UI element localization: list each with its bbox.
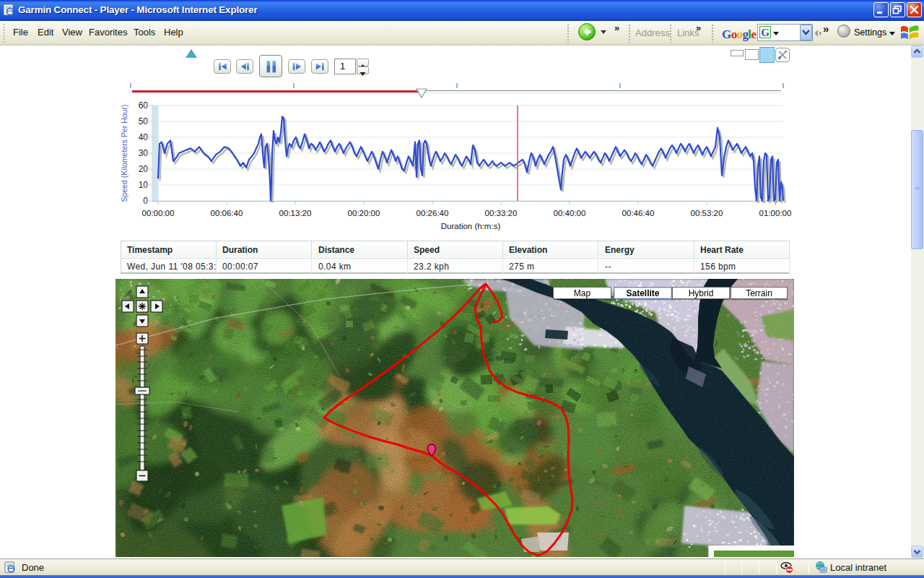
svg-text:00:00:00: 00:00:00	[142, 209, 175, 217]
svg-text:00:33:20: 00:33:20	[485, 209, 518, 217]
svg-text:10: 10	[139, 180, 149, 190]
svg-text:00:20:00: 00:20:00	[348, 209, 380, 217]
svg-text:Duration (h:m:s): Duration (h:m:s)	[441, 222, 501, 230]
svg-text:20: 20	[139, 164, 149, 174]
svg-text:60: 60	[139, 100, 149, 111]
svg-text:00:46:40: 00:46:40	[622, 209, 655, 217]
svg-text:00:40:00: 00:40:00	[554, 209, 586, 217]
svg-text:00:13:20: 00:13:20	[279, 209, 312, 217]
svg-text:30: 30	[139, 148, 149, 158]
svg-text:Speed (Kilometers Per Hour): Speed (Kilometers Per Hour)	[120, 105, 128, 202]
svg-text:50: 50	[139, 116, 149, 126]
svg-text:00:26:40: 00:26:40	[417, 209, 449, 217]
svg-text:00:53:20: 00:53:20	[691, 209, 723, 217]
svg-text:40: 40	[139, 132, 149, 142]
svg-text:01:00:00: 01:00:00	[759, 209, 792, 217]
svg-text:00:06:40: 00:06:40	[211, 209, 243, 217]
